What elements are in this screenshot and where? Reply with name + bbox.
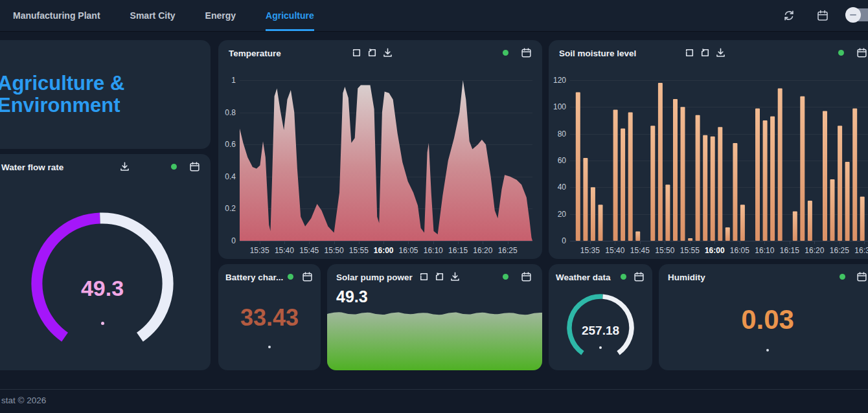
battery-value: 33.43	[218, 304, 321, 331]
bar	[696, 115, 700, 241]
calendar-icon[interactable]	[856, 271, 867, 282]
bar	[599, 205, 603, 241]
y-axis-label: 0.2	[218, 204, 236, 213]
x-axis-line	[240, 241, 532, 241]
bar	[830, 179, 835, 241]
x-axis-tick	[764, 241, 765, 244]
temperature-area-chart[interactable]: 00.20.40.60.8115:3515:4015:4515:5015:551…	[218, 40, 542, 259]
bar	[583, 158, 588, 241]
zoom-select-icon[interactable]	[418, 271, 429, 282]
y-axis-label: 0	[549, 236, 566, 245]
soil-moisture-bar-chart[interactable]: 02040608010012015:3515:4015:4515:5015:55…	[549, 40, 868, 259]
x-axis-tick	[508, 241, 508, 244]
bar	[845, 162, 850, 241]
status-dot	[503, 274, 508, 280]
bar	[718, 127, 722, 241]
y-axis-label: 0.6	[218, 140, 236, 149]
bar	[778, 88, 782, 241]
x-axis-label: 16:25	[825, 246, 854, 255]
x-axis-label: 16:30	[850, 246, 868, 255]
download-icon[interactable]	[450, 271, 461, 282]
humidity-title: Humidity	[668, 273, 705, 282]
tab-energy[interactable]: Energy	[205, 0, 236, 31]
bar	[650, 126, 655, 241]
zoom-reset-icon[interactable]	[434, 271, 445, 282]
y-axis-label: 80	[549, 129, 566, 139]
x-axis-tick	[615, 241, 615, 244]
x-axis-tick	[309, 241, 310, 244]
status-dot	[288, 274, 293, 280]
panel-soil-moisture: Soil moisture level 02040608010012015:35…	[549, 40, 868, 259]
battery-header: Battery char...	[218, 264, 321, 290]
x-axis-tick	[359, 241, 360, 244]
bar	[688, 238, 692, 241]
bar	[852, 108, 857, 241]
bar	[613, 110, 618, 241]
refresh-icon[interactable]	[782, 9, 795, 22]
humidity-value: 0.03	[659, 304, 868, 335]
bar	[635, 232, 640, 241]
x-axis-label: 15:40	[600, 246, 629, 255]
download-icon[interactable]	[119, 161, 130, 172]
status-dot	[839, 274, 845, 280]
x-axis-tick	[433, 241, 434, 244]
x-axis-label: 16:15	[775, 246, 804, 255]
x-axis-tick	[640, 241, 641, 244]
panel-humidity: Humidity 0.03	[659, 264, 868, 370]
x-axis-tick	[590, 241, 591, 244]
nav-tabs: Manufacturing Plant Smart City Energy Ag…	[0, 0, 314, 31]
water-flow-header: Water flow rate	[0, 154, 211, 180]
tab-agriculture[interactable]: Agriculture	[266, 0, 314, 31]
x-axis-tick	[408, 241, 409, 244]
x-axis-label: 15:55	[676, 246, 704, 255]
bar	[733, 143, 737, 241]
panel-title-card: Agriculture & Environment	[0, 40, 211, 149]
bar	[658, 83, 663, 241]
panel-weather-data: Weather data 257.18	[549, 264, 652, 370]
bar	[665, 184, 670, 241]
bar	[763, 120, 768, 241]
solar-header: Solar pump power	[327, 264, 542, 290]
calendar-icon[interactable]	[521, 271, 532, 282]
calendar-icon[interactable]	[189, 161, 200, 172]
x-axis-tick	[740, 241, 740, 244]
x-axis-tick	[284, 241, 285, 244]
x-axis-tick	[814, 241, 815, 244]
gauge-tick-dot	[101, 322, 104, 325]
bar	[808, 201, 812, 241]
x-axis-tick	[483, 241, 483, 244]
bar	[591, 187, 595, 241]
x-axis-label: 16:10	[750, 246, 779, 255]
calendar-icon[interactable]	[634, 271, 645, 282]
bar	[740, 205, 745, 241]
y-axis-label: 0.4	[218, 172, 236, 181]
y-axis-label: 0	[218, 236, 236, 245]
y-axis-label: 100	[549, 102, 566, 111]
temperature-area	[240, 80, 532, 241]
y-axis-label: 0.8	[218, 108, 236, 117]
water-flow-value: 49.3	[25, 276, 180, 301]
calendar-icon[interactable]	[816, 9, 829, 22]
bar	[793, 212, 797, 241]
bar	[755, 108, 760, 241]
x-axis-label: 15:45	[626, 246, 654, 255]
y-axis-label: 20	[549, 210, 566, 219]
bar	[800, 96, 805, 241]
bar	[628, 113, 633, 241]
x-axis-label: 16:00	[700, 246, 729, 255]
soil-moisture-bars	[570, 80, 868, 241]
water-flow-title: Water flow rate	[1, 162, 63, 172]
footer-copyright: stat © 2026	[1, 396, 46, 405]
bar	[711, 137, 715, 241]
solar-value: 49.3	[336, 287, 368, 306]
tab-smart-city[interactable]: Smart City	[130, 0, 176, 31]
tab-manufacturing-plant[interactable]: Manufacturing Plant	[13, 0, 100, 31]
bar	[576, 93, 580, 241]
x-axis-tick	[790, 241, 790, 244]
y-axis-label: 1	[218, 76, 236, 85]
gauge-tick-dot	[599, 346, 602, 349]
x-axis-tick	[665, 241, 665, 244]
calendar-icon[interactable]	[302, 271, 313, 282]
x-axis-label: 16:05	[725, 246, 754, 255]
theme-toggle[interactable]	[847, 8, 868, 21]
